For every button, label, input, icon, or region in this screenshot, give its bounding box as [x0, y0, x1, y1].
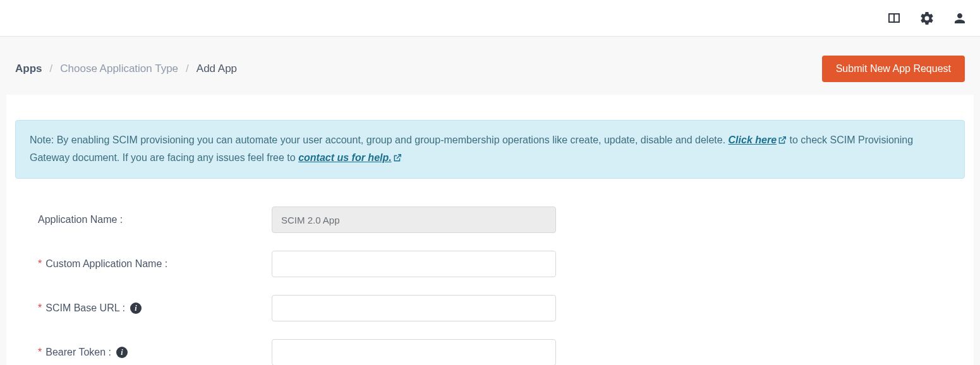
book-icon[interactable]	[886, 11, 902, 26]
info-icon[interactable]: i	[130, 302, 142, 314]
info-note: Note: By enabling SCIM provisioning you …	[15, 120, 965, 179]
input-custom-app-name[interactable]	[272, 251, 556, 277]
label-bearer-token: * Bearer Token : i	[38, 347, 272, 358]
input-bearer-token[interactable]	[272, 339, 556, 365]
note-text-prefix: Note: By enabling SCIM provisioning you …	[30, 135, 729, 145]
row-application-name: Application Name :	[15, 198, 965, 242]
breadcrumb-sep: /	[50, 63, 53, 75]
label-scim-base-url: * SCIM Base URL : i	[38, 302, 272, 314]
gear-icon[interactable]	[919, 11, 935, 26]
row-custom-app-name: *Custom Application Name :	[15, 242, 965, 286]
breadcrumb-apps[interactable]: Apps	[15, 63, 42, 75]
input-application-name	[272, 206, 556, 233]
external-link-icon	[393, 151, 402, 167]
topbar	[0, 0, 980, 37]
label-custom-app-name: *Custom Application Name :	[38, 258, 272, 270]
row-scim-base-url: * SCIM Base URL : i	[15, 286, 965, 330]
info-icon[interactable]: i	[116, 347, 128, 358]
breadcrumb-current: Add App	[197, 63, 237, 75]
form-panel: Note: By enabling SCIM provisioning you …	[6, 95, 974, 365]
row-bearer-token: * Bearer Token : i	[15, 330, 965, 365]
required-marker: *	[38, 258, 42, 270]
required-marker: *	[38, 302, 42, 314]
user-icon[interactable]	[952, 11, 967, 26]
input-scim-base-url[interactable]	[272, 295, 556, 321]
external-link-icon	[778, 133, 787, 150]
submit-new-app-button[interactable]: Submit New App Request	[822, 56, 965, 82]
breadcrumb: Apps / Choose Application Type / Add App	[15, 63, 237, 75]
page-body: Apps / Choose Application Type / Add App…	[0, 37, 980, 365]
breadcrumb-choose-type[interactable]: Choose Application Type	[60, 63, 178, 75]
contact-us-link[interactable]: contact us for help.	[298, 152, 402, 163]
click-here-link[interactable]: Click here	[729, 135, 787, 145]
label-application-name: Application Name :	[38, 214, 272, 225]
required-marker: *	[38, 347, 42, 358]
breadcrumb-sep: /	[186, 63, 189, 75]
breadcrumb-bar: Apps / Choose Application Type / Add App…	[6, 43, 974, 95]
